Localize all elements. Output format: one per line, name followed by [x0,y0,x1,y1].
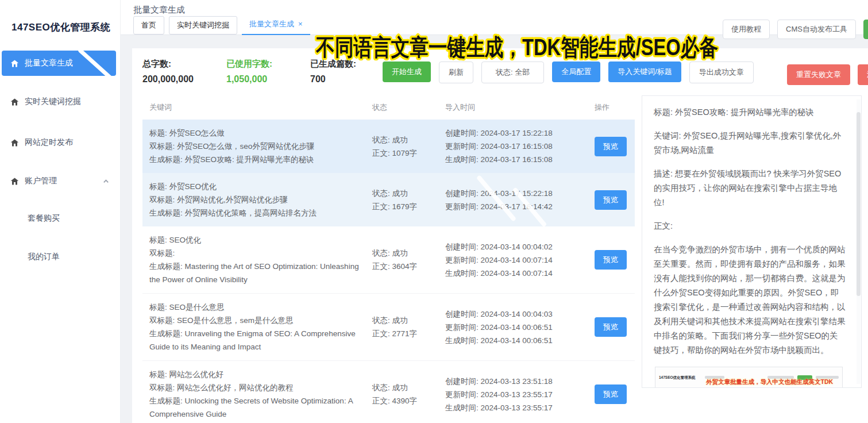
double-title-line: 双标题: 外贸网站优化,外贸网站优化步骤 [149,193,363,206]
table-row[interactable]: 标题: 外贸SEO优化 双标题: 外贸网站优化,外贸网站优化步骤 生成标题: 外… [142,173,635,226]
global-config-button[interactable]: 全局配置 [552,61,600,82]
preview-description: 描述: 想要在外贸领域脱颖而出? 快来学习外贸SEO的实用技巧，让你的网站在搜索… [654,167,846,210]
sidebar-item-account-management[interactable]: 账户管理 [2,168,116,194]
preview-button[interactable]: 预览 [595,250,627,270]
vertical-scrollbar[interactable] [857,99,861,384]
scrollbar-thumb[interactable] [857,112,861,296]
home-icon [10,139,19,147]
keyword-cell: 标题: 网站怎么优化好 双标题: 网站怎么优化好，网站优化的教程 生成标题: U… [142,368,372,421]
status-text: 状态: 成功 [372,187,445,200]
import-keywords-button[interactable]: 导入关键词/标题 [608,61,681,82]
tab-label: 批量文章生成 [249,20,294,28]
tab-realtime-keyword-mining[interactable]: 实时关键词挖掘 [169,16,237,34]
updated-time: 更新时间: 2024-03-17 16:15:08 [445,140,595,153]
table-row[interactable]: 标题: SEO是什么意思 双标题: SEO是什么意思，sem是什么意思 生成标题… [142,294,635,361]
status-cell: 状态: 成功 正文: 1079字 [372,126,445,166]
topbar: 批量文章生成 使用教程 CMS自动发布工具 联系客服 65e4811dfb644… [121,0,868,16]
tab-home[interactable]: 首页 [133,16,164,34]
generated-time: 生成时间: 2024-03-14 00:06:51 [445,334,595,347]
keyword-cell: 标题: 外贸SEO怎么做 双标题: 外贸SEO怎么做，seo外贸网站优化步骤 生… [142,126,372,166]
home-icon [10,98,19,106]
mini-logo: 147SEO优化管理系统 [659,370,701,384]
sidebar-item-package-purchase[interactable]: 套餐购买 [0,207,120,230]
status-cell: 状态: 成功 正文: 3604字 [372,233,445,286]
articles-table: 关键词 状态 导入时间 操作 标题: 外贸SEO怎么做 双标题: 外贸SEO怎么… [142,97,635,423]
preview-button[interactable]: 预览 [595,137,627,156]
table-row[interactable]: 标题: 外贸SEO怎么做 双标题: 外贸SEO怎么做，seo外贸网站优化步骤 生… [142,120,635,173]
created-time: 创建时间: 2024-03-17 15:22:18 [445,187,595,200]
generated-title-line: 生成标题: Mastering the Art of SEO Optimizat… [149,260,363,286]
generated-title-line: 生成标题: Unraveling the Enigma of SEO: A Co… [149,327,363,353]
double-title-line: 双标题: SEO是什么意思，sem是什么意思 [149,314,363,327]
stat-label: 已使用字数: [226,59,302,70]
time-cell: 创建时间: 2024-03-14 00:04:02 更新时间: 2024-03-… [445,233,595,286]
stat-generated-count: 已生成篇数: 700 [310,59,375,84]
double-title-line: 双标题: 外贸SEO怎么做，seo外贸网站优化步骤 [149,140,363,153]
generated-title-line: 生成标题: 外贸网站优化策略，提高网站排名方法 [149,206,363,220]
word-count: 正文: 3604字 [372,260,445,273]
created-time: 创建时间: 2024-03-14 00:04:03 [445,307,595,321]
keyword-cell: 标题: 外贸SEO优化 双标题: 外贸网站优化,外贸网站优化步骤 生成标题: 外… [142,180,372,220]
preview-body: 在当今竞争激烈的外贸市场中，拥有一个优质的网站至关重要。然而，即使拥有最好的产品… [654,243,846,357]
updated-time: 更新时间: 2024-03-13 23:55:17 [445,388,595,401]
stat-used-words: 已使用字数: 1,050,000 [226,59,302,84]
preview-button[interactable]: 预览 [595,317,627,337]
start-generate-button[interactable]: 开始生成 [383,61,431,82]
article-preview-panel: 标题: 外贸SEO攻略: 提升网站曝光率的秘诀 关键词: 外贸SEO,提升网站曝… [642,95,862,388]
sidebar-item-label: 网站定时发布 [25,137,109,148]
preview-button[interactable]: 预览 [595,190,627,210]
stat-value: 700 [310,74,375,84]
sidebar-item-realtime-keyword-mining[interactable]: 实时关键词挖掘 [2,89,116,114]
word-count: 正文: 1079字 [372,147,445,160]
app-logo: 147SEO优化管理系统 [0,0,120,51]
time-cell: 创建时间: 2024-03-14 00:04:03 更新时间: 2024-03-… [445,301,595,353]
word-count: 正文: 1679字 [372,200,445,213]
status-text: 状态: 成功 [372,247,445,260]
created-time: 创建时间: 2024-03-13 23:51:18 [445,375,595,388]
generated-time: 生成时间: 2024-03-17 16:15:08 [445,153,595,166]
export-success-button[interactable]: 导出成功文章 [689,61,754,83]
sidebar-item-site-scheduled-publish[interactable]: 网站定时发布 [2,130,116,155]
generated-title-line: 生成标题: Unlocking the Secrets of Website O… [149,394,363,421]
table-row[interactable]: 标题: SEO优化 双标题: 生成标题: Mastering the Art o… [142,226,635,294]
word-count: 正文: 2771字 [372,327,445,340]
content-card: 总字数: 200,000,000 已使用字数: 1,050,000 已生成篇数:… [132,48,868,423]
home-icon [10,59,19,68]
main-area: 批量文章生成 使用教程 CMS自动发布工具 联系客服 65e4811dfb644… [121,0,868,423]
toolbar: 总字数: 200,000,000 已使用字数: 1,050,000 已生成篇数:… [142,59,868,91]
tab-batch-article-generation[interactable]: 批量文章生成× [242,16,310,34]
mini-annotation-caption: 外贸文章批量生成，导入中文也能生成英文TDK [706,375,833,388]
title-line: 标题: 外贸SEO优化 [149,180,363,193]
time-cell: 创建时间: 2024-03-13 23:51:18 更新时间: 2024-03-… [445,368,595,421]
status-filter-select[interactable]: 状态: 全部 [481,61,544,83]
sidebar-item-my-orders[interactable]: 我的订单 [0,245,120,268]
table-row[interactable]: 标题: 网站怎么优化好 双标题: 网站怎么优化好，网站优化的教程 生成标题: U… [142,361,635,423]
sidebar-item-batch-article-generation[interactable]: 批量文章生成 [2,51,116,76]
time-cell: 创建时间: 2024-03-17 15:22:18 更新时间: 2024-03-… [445,126,595,166]
keyword-cell: 标题: SEO是什么意思 双标题: SEO是什么意思，sem是什么意思 生成标题… [142,301,372,353]
double-title-line: 双标题: 网站怎么优化好，网站优化的教程 [149,381,363,394]
stat-label: 总字数: [142,59,218,70]
word-count: 正文: 4390字 [372,394,445,407]
embedded-screenshot-thumbnail: 147SEO优化管理系统 外贸文章批量生成，导入中文也能生成英文TDK [655,367,843,388]
generated-time: 生成时间: 2024-03-13 23:55:17 [445,401,595,414]
generated-time: 生成时间: 2024-03-14 00:07:14 [445,267,595,280]
double-title-line: 双标题: [149,247,363,260]
column-header-status: 状态 [372,102,445,113]
preview-button[interactable]: 预览 [595,384,627,404]
stat-value: 1,050,000 [226,74,302,84]
danger-actions: 重置失败文章 清空文章 [787,61,868,85]
column-header-keyword: 关键词 [142,102,372,113]
stat-label: 已生成篇数: [310,59,375,70]
status-text: 状态: 成功 [372,133,445,147]
sidebar: 147SEO优化管理系统 批量文章生成 实时关键词挖掘 网站定时发布 账户管理 … [0,0,121,423]
refresh-button[interactable]: 刷新 [439,61,473,83]
preview-keywords: 关键词: 外贸SEO,提升网站曝光率,搜索引擎优化,外贸市场,网站流量 [654,129,846,157]
updated-time: 更新时间: 2024-03-17 16:14:42 [445,200,595,213]
clear-articles-button[interactable]: 清空文章 [858,64,868,85]
sidebar-nav: 批量文章生成 实时关键词挖掘 网站定时发布 账户管理 套餐购买 我的订单 [0,51,120,268]
app-root: 147SEO优化管理系统 批量文章生成 实时关键词挖掘 网站定时发布 账户管理 … [0,0,868,423]
reset-failed-button[interactable]: 重置失败文章 [787,64,850,85]
preview-body-label: 正文: [654,219,846,233]
close-icon[interactable]: × [298,20,303,28]
